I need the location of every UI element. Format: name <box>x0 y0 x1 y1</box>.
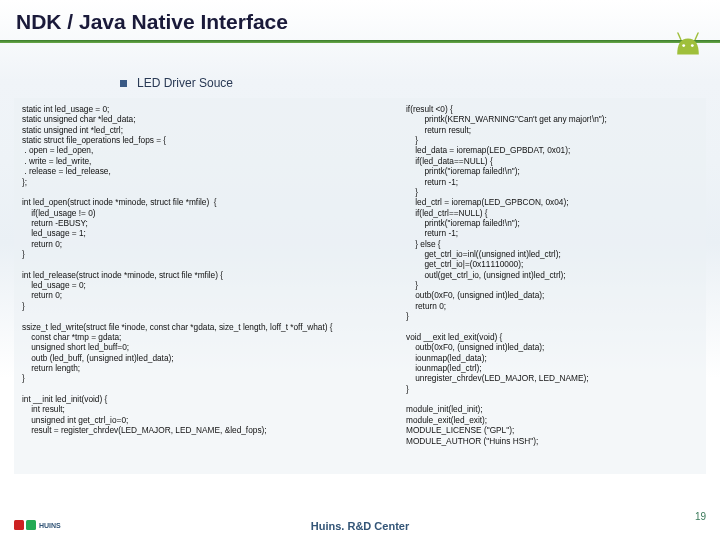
page-title: NDK / Java Native Interface <box>16 10 288 34</box>
bullet-text: LED Driver Souce <box>137 76 233 90</box>
android-icon <box>670 28 706 56</box>
title-underline <box>0 40 720 43</box>
bullet-heading: LED Driver Souce <box>120 76 233 90</box>
svg-line-0 <box>678 33 681 39</box>
slide: NDK / Java Native Interface LED Driver S… <box>0 0 720 540</box>
code-block: static int led_usage = 0; static unsigne… <box>14 98 706 474</box>
page-number: 19 <box>695 511 706 522</box>
svg-point-2 <box>682 44 685 47</box>
code-right-column: if(result <0) { printk(KERN_WARNING"Can'… <box>398 98 706 474</box>
svg-point-3 <box>691 44 694 47</box>
footer-text: Huins. R&D Center <box>0 520 720 532</box>
svg-line-1 <box>695 33 698 39</box>
code-left-column: static int led_usage = 0; static unsigne… <box>14 98 398 474</box>
bullet-icon <box>120 80 127 87</box>
